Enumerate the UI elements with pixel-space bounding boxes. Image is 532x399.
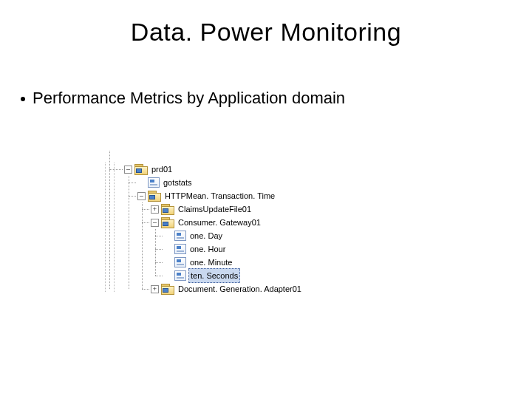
bullet-item: Performance Metrics by Application domai… [21,89,345,108]
folder-icon [161,217,174,228]
tree-leaf-onehour[interactable]: one. Hour [164,242,303,256]
bullet-dot-icon [21,97,25,101]
node-label: one. Minute [188,256,233,269]
node-label: gotstats [162,176,194,189]
node-label: prd01 [150,163,174,176]
node-label: one. Day [188,229,224,242]
tree-node-consumer[interactable]: – Consumer. Gateway01 [151,216,303,282]
metric-icon [174,231,186,241]
folder-icon [161,284,174,294]
node-label: Document. Generation. Adapter01 [177,282,303,296]
tree-leaf-oneday[interactable]: one. Day [164,229,303,242]
collapse-toggle[interactable]: – [124,166,132,174]
metric-icon [174,270,186,281]
node-label-selected: ten. Seconds [188,268,240,283]
expand-toggle[interactable]: + [151,285,159,293]
tree-node-docgen[interactable]: + Document. Generation. Adapter01 [151,282,303,296]
node-label: ClaimsUpdateFile01 [177,202,253,216]
metric-icon [174,244,186,254]
tree-node-gotstats[interactable]: gotstats [137,176,303,189]
tree-leaf-oneminute[interactable]: one. Minute [164,256,303,269]
bullet-text: Performance Metrics by Application domai… [33,89,345,108]
node-label: Consumer. Gateway01 [177,216,262,229]
tree-node-httpmean[interactable]: – HTTPMean. Transaction. Time + ClaimsUp… [137,189,303,296]
node-label: HTTPMean. Transaction. Time [163,189,276,202]
collapse-toggle[interactable]: – [137,192,146,200]
metric-icon [174,257,186,267]
tree-node-claims[interactable]: + ClaimsUpdateFile01 [151,202,303,216]
folder-icon [161,204,174,214]
node-label: one. Hour [188,242,227,256]
tree-leaf-tenseconds[interactable]: ten. Seconds [164,269,303,282]
expand-toggle[interactable]: + [151,205,159,214]
folder-icon [148,191,161,201]
metric-icon [148,177,160,188]
metrics-tree: – prd01 gotstats – [124,163,303,296]
slide-title: Data. Power Monitoring [0,18,532,47]
collapse-toggle[interactable]: – [151,219,159,227]
tree-node-prd01[interactable]: – prd01 gotstats – [124,163,303,296]
folder-icon [134,164,148,174]
